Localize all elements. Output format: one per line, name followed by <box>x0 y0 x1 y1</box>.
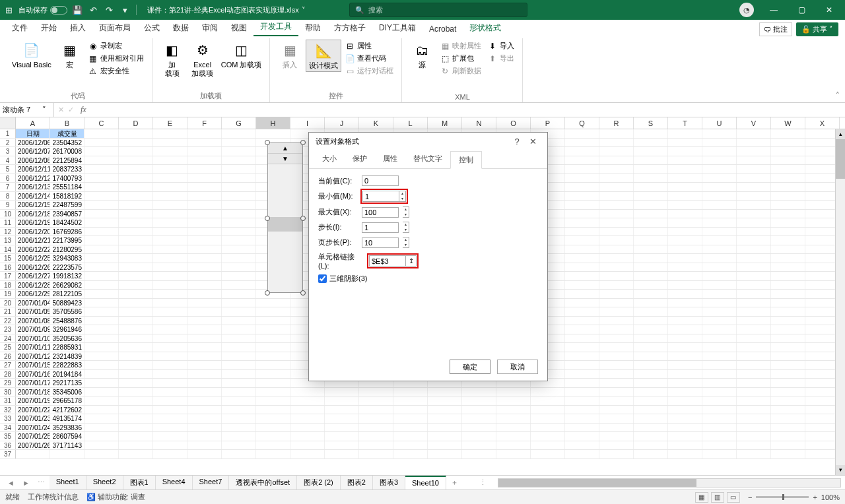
new-sheet-button[interactable]: ＋ <box>448 478 461 488</box>
cell[interactable] <box>737 281 771 290</box>
cell[interactable] <box>187 352 222 361</box>
col-header-S[interactable]: S <box>634 117 668 129</box>
cell[interactable] <box>737 432 771 441</box>
cell[interactable] <box>84 414 119 423</box>
cell[interactable] <box>153 406 187 414</box>
cell[interactable] <box>119 290 153 298</box>
cell[interactable] <box>187 343 222 352</box>
cell[interactable] <box>393 406 428 414</box>
cell[interactable] <box>737 334 771 343</box>
cell[interactable] <box>256 352 290 361</box>
cell[interactable] <box>702 272 737 280</box>
cell[interactable] <box>565 139 599 147</box>
cell[interactable] <box>668 254 702 263</box>
cell[interactable]: 2006/12/27 <box>16 272 50 280</box>
cell[interactable] <box>771 147 805 156</box>
cell[interactable] <box>565 263 599 272</box>
cell[interactable] <box>428 406 462 414</box>
col-header-U[interactable]: U <box>702 117 737 129</box>
cell[interactable] <box>737 129 771 138</box>
cell[interactable] <box>187 139 222 147</box>
cell[interactable] <box>187 388 222 396</box>
cell[interactable] <box>496 441 531 450</box>
select-all-corner[interactable] <box>0 117 16 129</box>
cell[interactable] <box>119 218 153 227</box>
cell[interactable]: 2007/01/16 <box>16 370 50 379</box>
cell[interactable] <box>359 414 393 423</box>
cell[interactable] <box>702 317 737 325</box>
cell[interactable] <box>565 129 599 138</box>
cell[interactable]: 2007/01/23 <box>16 414 50 423</box>
cell[interactable] <box>599 147 634 156</box>
cell[interactable] <box>84 254 119 263</box>
cell[interactable] <box>737 272 771 280</box>
page-step-input[interactable] <box>362 237 399 248</box>
cell[interactable] <box>565 352 599 361</box>
cell[interactable] <box>119 325 153 334</box>
tab-开始[interactable]: 开始 <box>34 20 63 36</box>
cell[interactable] <box>153 361 187 369</box>
cell[interactable] <box>634 272 668 280</box>
cell[interactable] <box>187 263 222 272</box>
col-header-A[interactable]: A <box>16 117 50 129</box>
cell[interactable] <box>325 424 359 432</box>
cell[interactable] <box>256 424 290 432</box>
excel-addins-button[interactable]: ⚙Excel 加载项 <box>188 40 217 79</box>
cell[interactable] <box>599 245 634 254</box>
spinner[interactable]: ▴▾ <box>403 237 409 248</box>
cell[interactable] <box>565 192 599 201</box>
cell[interactable] <box>599 210 634 218</box>
col-header-L[interactable]: L <box>393 117 428 129</box>
cell[interactable] <box>599 183 634 191</box>
sheet-tab[interactable]: Sheet4 <box>156 476 193 489</box>
fx-icon[interactable]: fx <box>78 105 89 115</box>
cell[interactable] <box>531 414 565 423</box>
cell[interactable] <box>153 388 187 396</box>
cell[interactable] <box>737 254 771 263</box>
cell[interactable] <box>462 450 496 458</box>
cell[interactable] <box>771 317 805 325</box>
cell[interactable] <box>702 254 737 263</box>
spinner[interactable]: ▴▾ <box>399 191 406 202</box>
cell[interactable] <box>634 192 668 201</box>
cell[interactable] <box>84 388 119 396</box>
cell[interactable] <box>599 317 634 325</box>
cell[interactable] <box>565 210 599 218</box>
cell[interactable] <box>84 406 119 414</box>
cell[interactable] <box>771 174 805 183</box>
cell[interactable]: 25488876 <box>50 317 84 325</box>
cell[interactable] <box>119 183 153 191</box>
cell[interactable] <box>771 352 805 361</box>
cell[interactable] <box>702 432 737 441</box>
cell[interactable] <box>153 183 187 191</box>
cell[interactable] <box>222 325 256 334</box>
cell[interactable] <box>702 139 737 147</box>
row-header[interactable]: 4 <box>0 156 16 165</box>
cell[interactable] <box>153 263 187 272</box>
cell[interactable] <box>668 388 702 396</box>
col-header-N[interactable]: N <box>462 117 496 129</box>
cell[interactable] <box>325 450 359 458</box>
tab-开发工具[interactable]: 开发工具 <box>254 18 298 36</box>
cell[interactable] <box>668 147 702 156</box>
cell[interactable] <box>187 441 222 450</box>
cell[interactable] <box>771 388 805 396</box>
ok-button[interactable]: 确定 <box>450 360 490 374</box>
cell[interactable] <box>771 228 805 236</box>
cell[interactable] <box>771 281 805 290</box>
cell[interactable]: 2006/12/14 <box>16 192 50 201</box>
cell[interactable] <box>84 361 119 369</box>
cell[interactable] <box>84 183 119 191</box>
cell[interactable]: 25551184 <box>50 183 84 191</box>
xml-source-button[interactable]: 🗂源 <box>407 40 436 71</box>
tab-帮助[interactable]: 帮助 <box>298 20 327 36</box>
cell[interactable]: 20837233 <box>50 165 84 173</box>
cell[interactable] <box>599 379 634 387</box>
col-header-P[interactable]: P <box>531 117 565 129</box>
cell[interactable] <box>222 290 256 298</box>
cell[interactable] <box>187 183 222 191</box>
cell[interactable] <box>153 325 187 334</box>
cell[interactable]: 2006/12/07 <box>16 147 50 156</box>
cell[interactable] <box>634 299 668 307</box>
col-header-D[interactable]: D <box>119 117 153 129</box>
